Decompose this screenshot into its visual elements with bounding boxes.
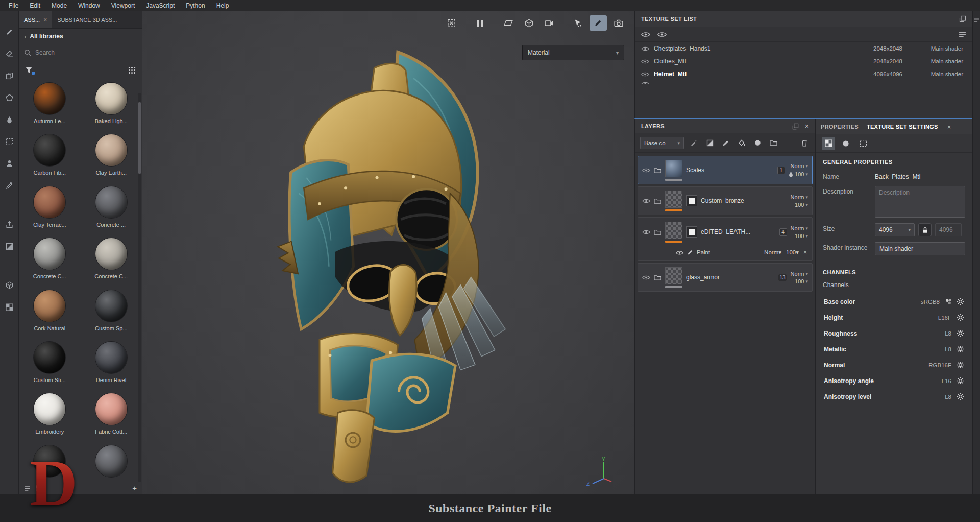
add-mask-icon[interactable]: [736, 137, 747, 149]
menu-window[interactable]: Window: [72, 0, 106, 11]
perspective-cube-icon[interactable]: [520, 15, 537, 31]
folder-icon[interactable]: [654, 167, 662, 174]
material-item[interactable]: Denim Rivet: [81, 338, 142, 389]
material-item[interactable]: Clay Terrac...: [19, 182, 81, 233]
uv-view-icon[interactable]: [856, 137, 870, 150]
paint-tool-icon[interactable]: [590, 15, 607, 31]
add-fill-layer-icon[interactable]: [704, 137, 716, 149]
close-icon[interactable]: ×: [805, 122, 809, 130]
visibility-eye-icon[interactable]: [641, 58, 649, 65]
menu-help[interactable]: Help: [211, 0, 235, 11]
search-input[interactable]: [35, 49, 122, 56]
layer-thumbnail[interactable]: [665, 222, 682, 239]
menu-python[interactable]: Python: [180, 0, 210, 11]
channel-format[interactable]: L8: [945, 330, 951, 337]
blend-mode[interactable]: Norm: [764, 249, 778, 255]
filter-funnel-icon[interactable]: [25, 66, 33, 74]
layer-thumbnail[interactable]: [665, 160, 682, 177]
tab-texture-set-settings[interactable]: TEXTURE SET SETTINGS: [867, 124, 938, 130]
float-panel-icon[interactable]: [792, 123, 799, 130]
folder-icon[interactable]: [654, 197, 662, 204]
tab-assets[interactable]: ASS... ×: [19, 11, 52, 28]
clone-tool-icon[interactable]: [3, 135, 15, 148]
blend-mode[interactable]: Norm: [791, 225, 804, 231]
close-icon[interactable]: ×: [947, 123, 951, 131]
lock-ratio-button[interactable]: [918, 223, 932, 236]
scrollbar-thumb[interactable]: [138, 102, 141, 174]
all-libraries-row[interactable]: › All libraries: [19, 29, 142, 44]
grid-view-icon[interactable]: [128, 66, 136, 74]
channel-format[interactable]: L8: [945, 394, 951, 400]
remove-effect-icon[interactable]: ×: [803, 249, 807, 256]
menu-javascript[interactable]: JavaScript: [140, 0, 180, 11]
gear-icon[interactable]: [957, 298, 964, 305]
tab-properties[interactable]: PROPERTIES: [821, 124, 859, 130]
visibility-eye-icon[interactable]: [641, 45, 649, 52]
visibility-eye-icon[interactable]: [642, 167, 650, 174]
material-item[interactable]: Cork Natural: [19, 286, 81, 337]
model-helmet[interactable]: [229, 47, 546, 494]
channel-filter-dropdown[interactable]: Base co ▾: [640, 137, 684, 149]
folder-icon[interactable]: [654, 274, 662, 281]
menu-viewport[interactable]: Viewport: [106, 0, 140, 11]
gear-icon[interactable]: [957, 361, 964, 369]
material-item[interactable]: Concrete ...: [81, 182, 142, 233]
plane-view-icon[interactable]: [500, 15, 517, 31]
shading-mode-dropdown[interactable]: Material ▾: [522, 45, 624, 60]
history-icon[interactable]: [3, 301, 15, 313]
channel-format[interactable]: L16: [942, 378, 951, 384]
material-item[interactable]: Fabric Cott...: [81, 389, 142, 440]
camera-mode-icon[interactable]: [541, 15, 558, 31]
checker-view-icon[interactable]: [822, 137, 835, 150]
float-panel-icon[interactable]: [959, 15, 966, 23]
visibility-eye-icon[interactable]: [642, 197, 650, 204]
shelf-icon[interactable]: [3, 240, 15, 252]
layer-opacity[interactable]: 100: [786, 249, 796, 255]
gear-icon[interactable]: [957, 329, 964, 337]
close-icon[interactable]: ×: [43, 16, 47, 23]
material-item[interactable]: Clay Earth...: [81, 130, 142, 181]
layer-opacity[interactable]: 100: [795, 233, 804, 239]
menu-mode[interactable]: Mode: [46, 0, 72, 11]
add-smart-material-icon[interactable]: [752, 137, 763, 149]
size-dropdown[interactable]: 4096 ▾: [875, 223, 915, 236]
assets-scrollbar[interactable]: [138, 93, 141, 490]
sphere-view-icon[interactable]: [839, 137, 852, 150]
folder-icon[interactable]: [654, 228, 662, 235]
blend-mode[interactable]: Norm: [791, 194, 804, 200]
add-paint-layer-icon[interactable]: [720, 137, 731, 149]
eraser-tool-icon[interactable]: [3, 48, 15, 60]
visibility-eye-icon[interactable]: [642, 228, 650, 235]
visibility-eye-icon[interactable]: [676, 249, 683, 255]
add-folder-icon[interactable]: [768, 137, 779, 149]
gear-icon[interactable]: [957, 314, 964, 321]
channel-format[interactable]: L16F: [938, 315, 951, 321]
particles-tool-icon[interactable]: [569, 15, 586, 31]
add-asset-icon[interactable]: +: [132, 484, 137, 492]
blend-mode[interactable]: Norm: [791, 163, 804, 169]
pause-engine-icon[interactable]: [471, 15, 488, 31]
visibility-eye-icon[interactable]: [642, 274, 650, 281]
delete-layer-icon[interactable]: [799, 137, 810, 149]
material-item[interactable]: Custom Sti...: [19, 338, 81, 389]
description-field[interactable]: [875, 186, 965, 218]
axis-gizmo[interactable]: Y Z: [584, 456, 620, 487]
eyedropper-tool-icon[interactable]: [3, 179, 15, 192]
paint-effect-row[interactable]: Paint Norm▾ 100▾ ×: [638, 246, 812, 260]
mannequin-icon[interactable]: [3, 157, 15, 170]
gear-icon[interactable]: [957, 345, 964, 353]
channel-format[interactable]: L8: [945, 346, 951, 352]
layer-row[interactable]: eDITED_LEATH... 4 Norm▾ 100▾: [638, 218, 812, 246]
layer-opacity[interactable]: 100: [795, 202, 804, 208]
layer-thumbnail[interactable]: [665, 267, 682, 284]
gear-icon[interactable]: [957, 377, 964, 385]
export-icon[interactable]: [3, 218, 15, 230]
menu-edit[interactable]: Edit: [24, 0, 46, 11]
tab-substance-3d-assets[interactable]: SUBSTANCE 3D ASS...: [52, 11, 122, 28]
texture-set-row[interactable]: Chestplates_Hands1 2048x2048 Main shader: [635, 42, 972, 55]
add-effect-icon[interactable]: [689, 137, 700, 149]
texture-set-row[interactable]: Clothes_Mtl 2048x2048 Main shader: [635, 55, 972, 67]
layer-thumbnail[interactable]: [665, 191, 682, 208]
material-item[interactable]: Carbon Fib...: [19, 130, 81, 181]
material-item[interactable]: Concrete C...: [81, 234, 142, 285]
